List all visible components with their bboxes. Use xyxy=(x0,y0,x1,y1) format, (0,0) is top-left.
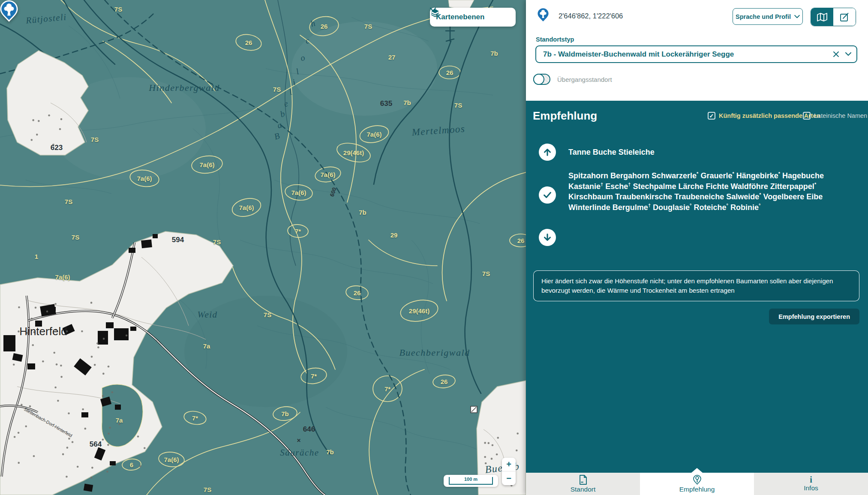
transition-site-row: Übergangsstandort xyxy=(533,74,612,85)
tab-empfehlung-label: Empfehlung xyxy=(679,486,715,493)
edit-view-button[interactable] xyxy=(833,8,856,26)
clear-icon[interactable] xyxy=(833,51,839,57)
chevron-down-icon[interactable] xyxy=(845,52,851,56)
toggle-knob xyxy=(533,74,544,85)
info-icon: i xyxy=(810,476,812,483)
topo-map[interactable] xyxy=(0,0,526,495)
species-list-up: Tanne Buche Stieleiche xyxy=(568,147,856,158)
view-mode-switch xyxy=(811,8,856,26)
recommendation-row-up: Tanne Buche Stieleiche xyxy=(539,144,856,161)
latin-names-label: Lateinische Namen xyxy=(814,112,867,119)
species-list-down xyxy=(568,229,856,246)
zoom-out-button[interactable]: − xyxy=(502,471,516,485)
site-type-select[interactable]: 7b - Waldmeister-Buchenwald mit Lockeräh… xyxy=(535,45,857,63)
export-recommendation-button[interactable]: Empfehlung exportieren xyxy=(769,309,859,324)
future-species-checkbox[interactable]: ✓ xyxy=(708,112,715,120)
zoom-controls: + − xyxy=(502,458,516,485)
zoom-in-button[interactable]: + xyxy=(502,458,516,471)
side-panel: 2'646'862, 1'222'606 Sprache und Profil … xyxy=(526,0,868,495)
tab-infos[interactable]: i Infos xyxy=(754,473,868,495)
arrow-up-icon xyxy=(539,144,556,161)
tab-standort[interactable]: Standort xyxy=(526,473,640,495)
tab-empfehlung[interactable]: Empfehlung xyxy=(640,473,754,495)
chevron-down-icon xyxy=(794,15,800,18)
scale-label: 100 m xyxy=(444,477,498,482)
arrow-down-icon xyxy=(539,229,556,246)
language-profile-button[interactable]: Sprache und Profil xyxy=(733,8,803,25)
recommendation-row-suitable: Spitzahorn Bergahorn Schwarzerle* Grauer… xyxy=(539,171,856,213)
hide-marker xyxy=(471,406,477,413)
site-type-label: Standortstyp xyxy=(536,36,574,43)
check-icon xyxy=(539,186,556,204)
latin-names-checkbox[interactable] xyxy=(803,112,811,120)
map-view-button[interactable] xyxy=(811,8,833,26)
site-type-value: 7b - Waldmeister-Buchenwald mit Lockeräh… xyxy=(536,50,833,59)
transition-site-label: Übergangsstandort xyxy=(557,76,612,83)
document-icon xyxy=(579,475,587,485)
tab-infos-label: Infos xyxy=(804,484,818,492)
location-pin xyxy=(0,0,18,22)
active-tab-notch xyxy=(691,468,703,473)
recommendation-panel: Empfehlung ✓ Künftig zusätzlich passende… xyxy=(526,101,868,473)
chevron-down-icon xyxy=(430,8,436,12)
treeapp-logo-icon xyxy=(537,8,549,22)
scale-bar: 100 m xyxy=(444,475,498,487)
recommendation-row-down xyxy=(539,229,856,246)
latin-names-checkbox-row: Lateinische Namen xyxy=(803,112,867,120)
map-canvas[interactable]: 7S267S26277b267S7b7S7S7a(6)29(46t)7a(6)7… xyxy=(0,0,526,495)
coordinates-readout: 2'646'862, 1'222'606 xyxy=(559,12,623,20)
treeapp-window: 7S267S26277b267S7b7S7S7a(6)29(46t)7a(6)7… xyxy=(0,0,868,495)
language-profile-label: Sprache und Profil xyxy=(736,13,791,20)
edit-icon xyxy=(840,12,849,22)
recommendation-note: Hier ändert sich zwar die Höhenstufe nic… xyxy=(533,270,859,301)
map-layers-button[interactable]: Kartenebenen xyxy=(430,8,516,27)
transition-site-toggle[interactable] xyxy=(533,74,550,85)
bottom-tab-bar: Standort Empfehlung i Infos xyxy=(526,473,868,495)
map-icon xyxy=(817,12,828,22)
species-list-suitable: Spitzahorn Bergahorn Schwarzerle* Grauer… xyxy=(568,171,856,213)
tab-standort-label: Standort xyxy=(571,486,596,493)
map-layers-label: Kartenebenen xyxy=(436,13,510,21)
recommendation-title: Empfehlung xyxy=(533,109,597,123)
treeapp-pin-icon xyxy=(693,475,701,485)
